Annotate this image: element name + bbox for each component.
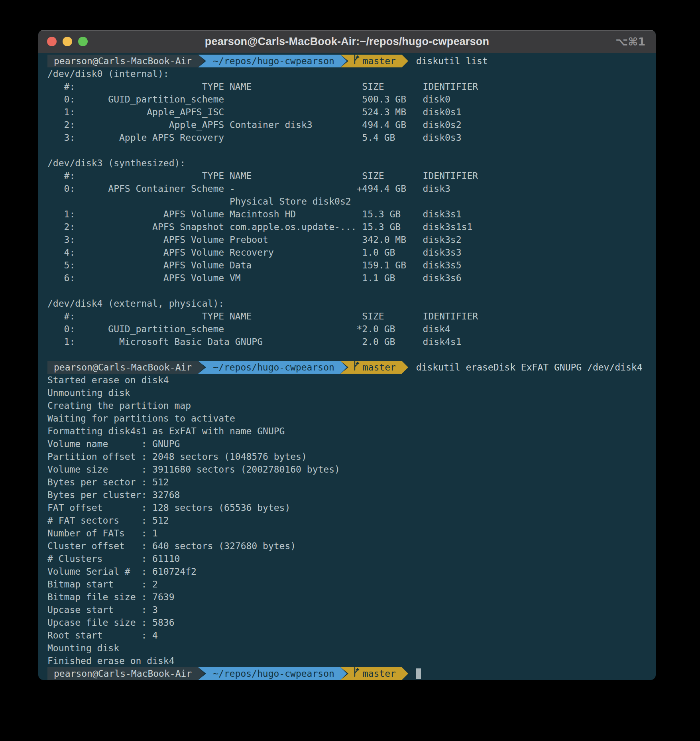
zoom-button[interactable]	[78, 37, 88, 46]
prompt-path-segment-label: ~/repos/hugo-cwpearson	[213, 56, 334, 66]
terminal-line: /dev/disk4 (external, physical):	[47, 297, 656, 310]
terminal-line: 2: APFS Snapshot com.apple.os.update-...…	[47, 221, 656, 233]
powerline-separator-icon	[402, 667, 411, 680]
git-branch-icon	[353, 361, 360, 374]
prompt-path-segment: ~/repos/hugo-cwpearson	[207, 361, 340, 374]
traffic-lights	[47, 30, 94, 53]
terminal-line: #: TYPE NAME SIZE IDENTIFIER	[47, 169, 656, 182]
prompt-user-segment: pearson@Carls-MacBook-Air	[47, 667, 198, 680]
terminal-line: Bitmap file size : 7639	[47, 591, 656, 603]
minimize-button[interactable]	[63, 37, 72, 46]
prompt-path-segment-label: ~/repos/hugo-cwpearson	[213, 668, 334, 679]
prompt-path-segment: ~/repos/hugo-cwpearson	[207, 55, 340, 67]
terminal-line: Cluster offset : 640 sectors (327680 byt…	[47, 540, 656, 552]
terminal-line: 6: APFS Volume VM 1.1 GB disk3s6	[47, 272, 656, 284]
terminal-line: #: TYPE NAME SIZE IDENTIFIER	[47, 310, 656, 323]
terminal-line: /dev/disk3 (synthesized):	[47, 157, 656, 169]
terminal-line: Bytes per sector : 512	[47, 476, 656, 489]
terminal-line: Started erase on disk4	[47, 374, 656, 386]
terminal-line: /dev/disk0 (internal):	[47, 67, 656, 80]
command-text: diskutil eraseDisk ExFAT GNUPG /dev/disk…	[411, 361, 643, 374]
powerline-separator-icon	[402, 55, 411, 67]
terminal-line: Volume size : 3911680 sectors (200278016…	[47, 463, 656, 476]
prompt-user-segment: pearson@Carls-MacBook-Air	[47, 55, 198, 67]
prompt-path-segment: ~/repos/hugo-cwpearson	[207, 667, 340, 680]
prompt-line: pearson@Carls-MacBook-Air~/repos/hugo-cw…	[47, 55, 656, 67]
terminal-line: Partition offset : 2048 sectors (1048576…	[47, 450, 656, 463]
terminal-screen[interactable]: pearson@Carls-MacBook-Air~/repos/hugo-cw…	[38, 53, 656, 680]
terminal-line: Unmounting disk	[47, 386, 656, 399]
prompt-user-segment-label: pearson@Carls-MacBook-Air	[54, 362, 192, 372]
prompt-path-segment-label: ~/repos/hugo-cwpearson	[213, 362, 334, 372]
prompt-branch-segment: master	[349, 667, 402, 680]
terminal-line: Upcase start : 3	[47, 603, 656, 616]
terminal-line: 5: APFS Volume Data 159.1 GB disk3s5	[47, 259, 656, 272]
terminal-line: Waiting for partitions to activate	[47, 412, 656, 425]
desktop-background: pearson@Carls-MacBook-Air:~/repos/hugo-c…	[0, 0, 700, 741]
terminal-line: 0: GUID_partition_scheme 500.3 GB disk0	[47, 93, 656, 106]
terminal-line: Mounting disk	[47, 642, 656, 654]
terminal-line: 3: Apple_APFS_Recovery 5.4 GB disk0s3	[47, 131, 656, 144]
powerline-separator-icon	[340, 55, 349, 67]
powerline-separator-icon	[198, 55, 207, 67]
terminal-line: 0: GUID_partition_scheme *2.0 GB disk4	[47, 323, 656, 335]
git-branch-icon	[353, 667, 360, 680]
terminal-line	[47, 284, 656, 297]
powerline-separator-icon	[340, 361, 349, 374]
terminal-line: #: TYPE NAME SIZE IDENTIFIER	[47, 80, 656, 93]
prompt-line: pearson@Carls-MacBook-Air~/repos/hugo-cw…	[47, 361, 656, 374]
terminal-line: Root start : 4	[47, 629, 656, 642]
prompt-user-segment-label: pearson@Carls-MacBook-Air	[54, 668, 192, 679]
terminal-line: 0: APFS Container Scheme - +494.4 GB dis…	[47, 182, 656, 195]
prompt-user-segment-label: pearson@Carls-MacBook-Air	[54, 56, 192, 66]
terminal-cursor	[416, 668, 421, 679]
terminal-line: # FAT sectors : 512	[47, 514, 656, 527]
terminal-line: Creating the partition map	[47, 399, 656, 412]
prompt-line: pearson@Carls-MacBook-Air~/repos/hugo-cw…	[47, 667, 656, 680]
terminal-line: Physical Store disk0s2	[47, 195, 656, 208]
powerline-separator-icon	[198, 361, 207, 374]
window-title: pearson@Carls-MacBook-Air:~/repos/hugo-c…	[38, 35, 656, 48]
terminal-line: FAT offset : 128 sectors (65536 bytes)	[47, 501, 656, 514]
powerline-separator-icon	[198, 667, 207, 680]
terminal-line: 1: Microsoft Basic Data GNUPG 2.0 GB dis…	[47, 335, 656, 348]
git-branch-icon	[353, 54, 360, 68]
terminal-line: Bytes per cluster: 32768	[47, 489, 656, 501]
terminal-line: Number of FATs : 1	[47, 527, 656, 540]
terminal-line: Volume name : GNUPG	[47, 438, 656, 450]
powerline-separator-icon	[340, 667, 349, 680]
prompt-branch-segment: master	[349, 55, 402, 67]
command-text: diskutil list	[411, 55, 488, 67]
prompt-branch-segment-label: master	[363, 667, 396, 680]
terminal-line: Upcase file size : 5836	[47, 616, 656, 629]
terminal-line: 2: Apple_APFS Container disk3 494.4 GB d…	[47, 118, 656, 131]
terminal-line: 1: Apple_APFS_ISC 524.3 MB disk0s1	[47, 106, 656, 118]
terminal-line: Formatting disk4s1 as ExFAT with name GN…	[47, 425, 656, 438]
terminal-line: Bitmap start : 2	[47, 578, 656, 591]
prompt-branch-segment-label: master	[363, 361, 396, 374]
terminal-line: Finished erase on disk4	[47, 654, 656, 667]
terminal-window: pearson@Carls-MacBook-Air:~/repos/hugo-c…	[38, 30, 656, 680]
window-titlebar[interactable]: pearson@Carls-MacBook-Air:~/repos/hugo-c…	[38, 30, 656, 53]
prompt-user-segment: pearson@Carls-MacBook-Air	[47, 361, 198, 374]
terminal-line: 4: APFS Volume Recovery 1.0 GB disk3s3	[47, 246, 656, 259]
terminal-line: 1: APFS Volume Macintosh HD 15.3 GB disk…	[47, 208, 656, 221]
prompt-branch-segment: master	[349, 361, 402, 374]
prompt-branch-segment-label: master	[363, 55, 396, 67]
terminal-line: # Clusters : 61110	[47, 552, 656, 565]
terminal-line	[47, 144, 656, 157]
powerline-separator-icon	[402, 361, 411, 374]
terminal-line: Volume Serial # : 610724f2	[47, 565, 656, 578]
tab-shortcut-hint: ⌥⌘1	[615, 35, 645, 48]
close-button[interactable]	[47, 37, 57, 46]
terminal-line	[47, 348, 656, 361]
terminal-line: 3: APFS Volume Preboot 342.0 MB disk3s2	[47, 233, 656, 246]
